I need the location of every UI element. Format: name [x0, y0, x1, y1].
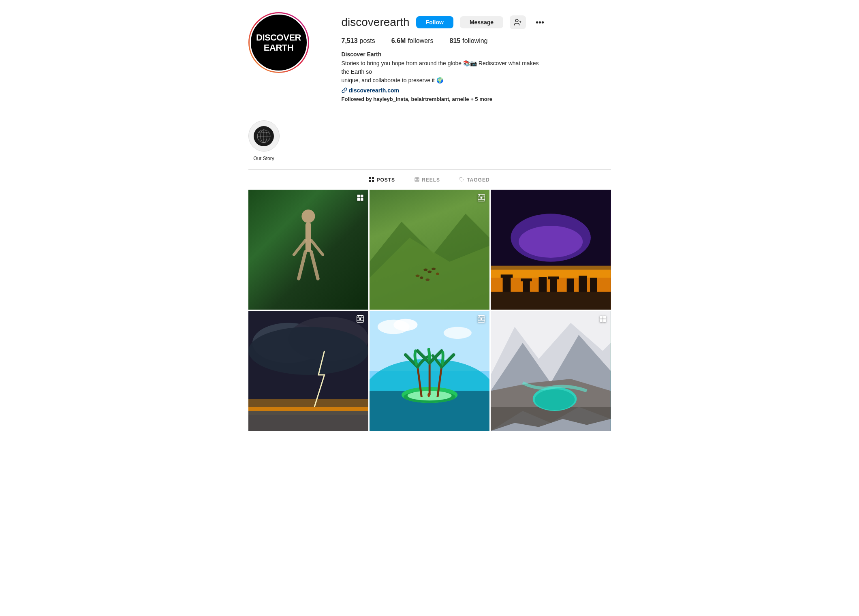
svg-point-95 [535, 389, 575, 410]
svg-point-84 [481, 318, 483, 320]
stats-row: 7,513 posts 6.6M followers 815 following [342, 37, 611, 45]
post-item-1[interactable] [248, 190, 368, 310]
tab-posts[interactable]: POSTS [359, 170, 405, 190]
tab-reels[interactable]: REELS [405, 170, 450, 190]
svg-rect-12 [415, 178, 419, 182]
tab-reels-label: REELS [422, 177, 440, 183]
svg-rect-98 [600, 319, 603, 322]
tab-tagged-label: TAGGED [467, 177, 489, 183]
svg-rect-20 [306, 223, 311, 252]
avatar-gradient-ring: DISCOVER EARTH [248, 12, 309, 73]
globe-icon [254, 126, 274, 146]
highlights-list: Our Story [248, 119, 611, 163]
svg-point-35 [481, 197, 483, 199]
svg-rect-10 [369, 180, 371, 182]
svg-rect-96 [600, 316, 603, 319]
svg-point-33 [425, 278, 430, 281]
svg-point-19 [301, 210, 315, 223]
svg-rect-8 [369, 177, 371, 179]
svg-rect-55 [491, 292, 611, 310]
svg-rect-21 [357, 195, 360, 198]
svg-rect-62 [248, 411, 368, 431]
profile-header: DISCOVER EARTH discoverearth Follow Mess… [248, 12, 611, 102]
reels-icon [415, 177, 419, 183]
tab-tagged[interactable]: TAGGED [450, 170, 499, 190]
follow-button[interactable]: Follow [416, 16, 453, 28]
followers-stat[interactable]: 6.6M followers [391, 37, 434, 45]
svg-point-81 [393, 319, 417, 331]
svg-rect-9 [372, 177, 374, 179]
svg-rect-22 [361, 195, 363, 198]
svg-point-42 [519, 226, 583, 258]
avatar-section: DISCOVER EARTH [248, 12, 309, 73]
svg-rect-11 [372, 180, 374, 182]
followers-count: 6.6M [391, 37, 406, 45]
post-figure-6 [491, 311, 611, 431]
following-stat[interactable]: 815 following [450, 37, 488, 45]
profile-fullname: Discover Earth [342, 51, 611, 58]
svg-rect-46 [501, 274, 513, 278]
post-item-5[interactable] [370, 311, 489, 431]
add-person-button[interactable] [510, 15, 526, 29]
post-1-type-icon [356, 194, 364, 203]
profile-info: discoverearth Follow Message ••• [342, 12, 611, 102]
followed-by: Followed by hayleyb_insta, belairtrembla… [342, 96, 611, 102]
tabs-section: POSTS REELS TAGG [248, 170, 611, 190]
following-label: following [462, 37, 487, 45]
svg-rect-23 [357, 198, 360, 201]
posts-stat[interactable]: 7,513 posts [342, 37, 375, 45]
grid-icon [369, 177, 374, 183]
post-item-6[interactable] [491, 311, 611, 431]
profile-bio: Stories to bring you hope from around th… [342, 59, 544, 85]
highlight-item-our-story[interactable]: Our Story [248, 120, 280, 161]
svg-point-30 [436, 272, 439, 275]
svg-point-31 [415, 274, 419, 277]
svg-point-28 [427, 271, 432, 273]
username-row: discoverearth Follow Message ••• [342, 15, 611, 29]
username: discoverearth [342, 16, 410, 29]
svg-rect-51 [548, 276, 559, 279]
posts-label: posts [360, 37, 375, 45]
highlight-circle [248, 120, 280, 152]
svg-rect-48 [521, 278, 532, 281]
avatar[interactable]: DISCOVER EARTH [250, 13, 308, 72]
post-figure-3 [491, 190, 611, 310]
post-figure-2 [370, 190, 489, 310]
svg-point-13 [416, 179, 418, 180]
post-item-2[interactable] [370, 190, 489, 310]
svg-point-27 [423, 269, 427, 271]
tag-icon [459, 177, 464, 183]
post-figure-4 [248, 311, 368, 431]
svg-point-29 [432, 268, 436, 270]
svg-point-79 [427, 393, 430, 397]
post-figure-5 [370, 311, 489, 431]
post-item-4[interactable] [248, 311, 368, 431]
link-icon [342, 88, 347, 93]
svg-rect-24 [361, 198, 363, 201]
svg-point-0 [515, 19, 518, 22]
svg-point-59 [248, 327, 368, 375]
more-icon: ••• [536, 18, 544, 27]
following-count: 815 [450, 37, 461, 45]
highlight-label: Our Story [253, 156, 274, 161]
post-6-type-icon [599, 315, 607, 325]
svg-point-32 [420, 276, 423, 279]
svg-rect-99 [603, 319, 606, 322]
profile-website-link[interactable]: discoverearth.com [342, 87, 611, 94]
avatar-logo-text: DISCOVER EARTH [256, 32, 301, 53]
post-4-type-icon [356, 315, 364, 325]
svg-point-82 [444, 327, 472, 339]
more-options-button[interactable]: ••• [532, 16, 547, 29]
add-person-icon [514, 18, 522, 26]
followers-label: followers [408, 37, 433, 45]
svg-point-64 [359, 318, 361, 320]
tab-posts-label: POSTS [376, 177, 395, 183]
message-button[interactable]: Message [460, 16, 503, 28]
posts-grid [248, 190, 611, 431]
website-label: discoverearth.com [349, 87, 400, 94]
svg-rect-97 [603, 316, 606, 319]
post-item-3[interactable] [491, 190, 611, 310]
post-2-type-icon [477, 194, 485, 203]
post-figure-1 [248, 190, 368, 310]
followed-by-users: hayleyb_insta, belairtremblant, arnelle … [373, 96, 492, 102]
